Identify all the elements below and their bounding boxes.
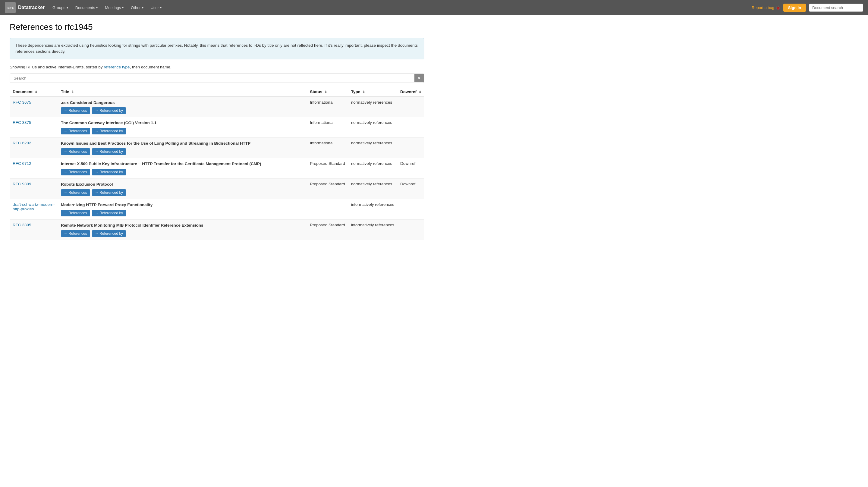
status-cell: Informational [307, 97, 348, 117]
document-cell: RFC 9309 [10, 179, 58, 199]
nav-meetings[interactable]: Meetings ▾ [102, 4, 127, 12]
chevron-down-icon: ▾ [96, 6, 98, 9]
info-text: These dependencies are extracted using h… [16, 43, 418, 54]
document-link[interactable]: RFC 3675 [13, 100, 31, 104]
button-group: ← References→ Referenced by [61, 107, 304, 114]
button-group: ← References→ Referenced by [61, 210, 304, 216]
downref-cell: Downref [397, 179, 424, 199]
downref-cell [397, 199, 424, 219]
status-cell: Informational [307, 138, 348, 158]
referenced-by-button[interactable]: → Referenced by [92, 148, 126, 155]
referenced-by-button[interactable]: → Referenced by [92, 210, 126, 216]
status-cell: Proposed Standard [307, 219, 348, 240]
downref-cell [397, 97, 424, 117]
table-row: RFC 6202Known Issues and Best Practices … [10, 138, 424, 158]
chevron-down-icon: ▾ [160, 6, 161, 9]
references-button[interactable]: ← References [61, 210, 90, 216]
nav-documents[interactable]: Documents ▾ [72, 4, 101, 12]
downref-cell: Downref [397, 158, 424, 179]
document-cell: draft-schwartz-modern-http-proxies [10, 199, 58, 219]
references-button[interactable]: ← References [61, 189, 90, 196]
nav-groups[interactable]: Groups ▾ [50, 4, 71, 12]
title-cell: Modernizing HTTP Forward Proxy Functiona… [58, 199, 307, 219]
referenced-by-button[interactable]: → Referenced by [92, 189, 126, 196]
title-text: Modernizing HTTP Forward Proxy Functiona… [61, 202, 304, 208]
references-button[interactable]: ← References [61, 128, 90, 134]
logo[interactable]: IETF Datatracker [5, 2, 44, 13]
downref-cell [397, 219, 424, 240]
main-content: References to rfc1945 These dependencies… [0, 15, 434, 247]
document-cell: RFC 3675 [10, 97, 58, 117]
sort-icon-status: ⇕ [324, 90, 327, 94]
title-cell: The Common Gateway Interface (CGI) Versi… [58, 117, 307, 138]
table-row: draft-schwartz-modern-http-proxiesModern… [10, 199, 424, 219]
type-cell: normatively references [348, 97, 397, 117]
button-group: ← References→ Referenced by [61, 169, 304, 175]
referenced-by-button[interactable]: → Referenced by [92, 230, 126, 237]
table-row: RFC 6712Internet X.509 Public Key Infras… [10, 158, 424, 179]
nav-other[interactable]: Other ▾ [128, 4, 147, 12]
document-link[interactable]: RFC 3875 [13, 120, 31, 125]
type-cell: normatively references [348, 158, 397, 179]
title-text: Robots Exclusion Protocol [61, 182, 304, 187]
title-text: The Common Gateway Interface (CGI) Versi… [61, 120, 304, 126]
referenced-by-button[interactable]: → Referenced by [92, 107, 126, 114]
document-link[interactable]: RFC 9309 [13, 182, 31, 186]
search-bar: × [10, 73, 424, 83]
info-box: These dependencies are extracted using h… [10, 38, 424, 59]
chevron-down-icon: ▾ [142, 6, 144, 9]
title-text: Remote Network Monitoring MIB Protocol I… [61, 223, 304, 229]
status-cell: Proposed Standard [307, 158, 348, 179]
search-input[interactable] [10, 74, 414, 83]
table-row: RFC 3395Remote Network Monitoring MIB Pr… [10, 219, 424, 240]
brand-name: Datatracker [18, 5, 44, 10]
sort-icon-title: ⇕ [71, 90, 74, 94]
references-button[interactable]: ← References [61, 169, 90, 175]
type-cell: normatively references [348, 138, 397, 158]
type-cell: informatively references [348, 199, 397, 219]
nav-user[interactable]: User ▾ [148, 4, 164, 12]
col-header-downref[interactable]: Downref ⇕ [397, 87, 424, 97]
referenced-by-button[interactable]: → Referenced by [92, 169, 126, 175]
showing-text: Showing RFCs and active Internet-Drafts,… [10, 65, 424, 69]
status-cell: Informational [307, 117, 348, 138]
button-group: ← References→ Referenced by [61, 230, 304, 237]
chevron-down-icon: ▾ [67, 6, 68, 9]
title-cell: Internet X.509 Public Key Infrastructure… [58, 158, 307, 179]
col-header-status[interactable]: Status ⇕ [307, 87, 348, 97]
document-link[interactable]: RFC 6202 [13, 141, 31, 145]
document-link[interactable]: RFC 6712 [13, 161, 31, 166]
title-cell: Known Issues and Best Practices for the … [58, 138, 307, 158]
document-link[interactable]: draft-schwartz-modern-http-proxies [13, 202, 55, 211]
document-link[interactable]: RFC 3395 [13, 223, 31, 227]
referenced-by-button[interactable]: → Referenced by [92, 128, 126, 134]
chevron-down-icon: ▾ [122, 6, 124, 9]
title-text: Internet X.509 Public Key Infrastructure… [61, 161, 304, 167]
col-header-document[interactable]: Document ⇕ [10, 87, 58, 97]
downref-cell [397, 138, 424, 158]
references-table: Document ⇕ Title ⇕ Status ⇕ Type ⇕ Downr… [10, 87, 424, 240]
references-button[interactable]: ← References [61, 107, 90, 114]
sign-in-button[interactable]: Sign in [783, 4, 806, 12]
title-cell: Remote Network Monitoring MIB Protocol I… [58, 219, 307, 240]
col-header-title[interactable]: Title ⇕ [58, 87, 307, 97]
type-cell: normatively references [348, 179, 397, 199]
title-text: .sex Considered Dangerous [61, 100, 304, 106]
report-bug-link[interactable]: Report a bug 🐞 [752, 5, 780, 10]
button-group: ← References→ Referenced by [61, 148, 304, 155]
table-row: RFC 9309Robots Exclusion Protocol← Refer… [10, 179, 424, 199]
page-title: References to rfc1945 [10, 22, 424, 32]
references-button[interactable]: ← References [61, 230, 90, 237]
references-button[interactable]: ← References [61, 148, 90, 155]
search-clear-button[interactable]: × [414, 74, 424, 82]
document-cell: RFC 6712 [10, 158, 58, 179]
downref-cell [397, 117, 424, 138]
type-cell: normatively references [348, 117, 397, 138]
document-search-input[interactable] [809, 4, 863, 12]
col-header-type[interactable]: Type ⇕ [348, 87, 397, 97]
reference-type-link[interactable]: reference type [104, 65, 130, 69]
navigation: IETF Datatracker Groups ▾ Documents ▾ Me… [0, 0, 868, 15]
button-group: ← References→ Referenced by [61, 189, 304, 196]
document-cell: RFC 3875 [10, 117, 58, 138]
sort-icon-downref: ⇕ [418, 90, 421, 94]
